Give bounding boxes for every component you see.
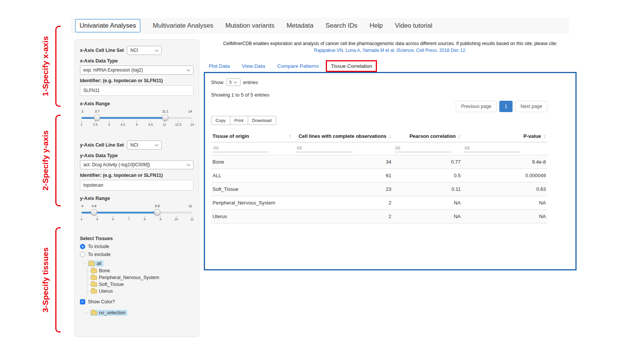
tree-node-label: Uterus xyxy=(99,289,113,294)
x-axis-data-type-value: exp: mRNA Expression (log2) xyxy=(83,67,143,73)
page-1-button[interactable]: 1 xyxy=(499,101,513,112)
page-size-select[interactable]: 5 xyxy=(226,78,241,86)
folder-icon xyxy=(91,269,97,273)
tree-node-all[interactable]: all xyxy=(83,260,194,267)
column-header-label: Cell lines with complete observations xyxy=(299,133,386,139)
show-label: Show xyxy=(211,80,224,85)
annotation-step3: 3-Specify tissues xyxy=(38,227,53,332)
y-axis-cell-line-set-value: NCI xyxy=(130,142,138,148)
sort-icon xyxy=(389,134,391,139)
citation-block: CellMinerCDB enables exploration and ana… xyxy=(204,40,577,54)
y-slider-handle-low[interactable] xyxy=(91,209,97,215)
tree-node-peripheral-nervous-system[interactable]: Peripheral_Nervous_System xyxy=(91,274,194,281)
copy-button[interactable]: Copy xyxy=(211,116,230,125)
subtab-tissue-correlation[interactable]: Tissue Correlation xyxy=(326,60,377,72)
x-axis-cell-line-set-select[interactable]: NCI xyxy=(127,46,162,55)
cell-p-value: 0.000049 xyxy=(462,169,547,183)
x-axis-identifier-label: Identifier: (e.g. topotecan or SLFN11) xyxy=(80,78,194,83)
sort-icon xyxy=(458,134,461,139)
column-header-cell-lines[interactable]: Cell lines with complete observations xyxy=(294,130,393,142)
exclude-radio[interactable]: To exclude xyxy=(80,252,194,257)
cell-cell-lines: 61 xyxy=(294,169,393,183)
x-axis-cell-line-set-value: NCI xyxy=(130,48,138,53)
main-content: CellMinerCDB enables exploration and ana… xyxy=(204,40,577,270)
folder-icon xyxy=(91,289,97,293)
print-button[interactable]: Print xyxy=(230,116,248,125)
subtab-plot-data[interactable]: Plot Data xyxy=(204,60,235,72)
filter-cell-lines-input[interactable] xyxy=(296,144,353,152)
y-axis-range-label: y-Axis Range xyxy=(80,196,194,201)
tree-node-label: Soft_Tissue xyxy=(99,282,124,287)
tab-help[interactable]: Help xyxy=(369,22,383,30)
table-row[interactable]: Bone 34 0.77 9.4e-8 xyxy=(211,155,547,169)
table-row[interactable]: Uterus 2 NA NA xyxy=(211,210,547,223)
y-axis-identifier-label: Identifier: (e.g. topotecan or SLFN11) xyxy=(80,173,194,178)
column-header-p-value[interactable]: P-value xyxy=(462,130,547,142)
x-axis-data-type-select[interactable]: exp: mRNA Expression (log2) xyxy=(80,66,194,75)
tab-search-ids[interactable]: Search IDs xyxy=(325,22,357,30)
x-axis-identifier-input[interactable] xyxy=(80,85,194,96)
checkbox-checked-icon xyxy=(80,299,85,304)
x-axis-range-label: x-Axis Range xyxy=(80,101,194,106)
annotation-step1: 1-Specify x-axis xyxy=(38,26,53,107)
tree-node-no-selection-label: no_selection xyxy=(99,310,125,315)
tab-metadata[interactable]: Metadata xyxy=(286,22,313,30)
y-axis-identifier-input[interactable] xyxy=(80,180,194,190)
pagination: Previous page 1 Next page xyxy=(211,101,547,112)
table-row[interactable]: Soft_Tissue 23 0.11 0.63 xyxy=(211,183,547,196)
sort-icon xyxy=(543,134,546,139)
sort-icon xyxy=(289,134,291,138)
x-slider-max-label: 14 xyxy=(188,109,192,113)
x-axis-range-slider[interactable]: 2 3.7 11.1 14 2 3.5 5 6.5 8 9.5 11 12.5 … xyxy=(81,112,192,125)
tree-node-uterus[interactable]: Uterus xyxy=(91,288,194,295)
tab-video-tutorial[interactable]: Video tutorial xyxy=(395,22,432,30)
tab-mutation-variants[interactable]: Mutation variants xyxy=(225,22,274,30)
table-row[interactable]: Peripheral_Nervous_System 2 NA NA xyxy=(211,196,547,210)
x-slider-min-label: 2 xyxy=(81,109,83,113)
cell-tissue: Bone xyxy=(211,155,294,169)
tree-node-bone[interactable]: Bone xyxy=(91,267,194,274)
y-axis-range-slider[interactable]: 4 4.8 8.8 11 4 5 6 7 8 9 10 11 xyxy=(81,207,192,220)
x-slider-handle-low[interactable] xyxy=(94,114,100,121)
column-header-pearson-correlation[interactable]: Pearson correlation xyxy=(393,130,462,142)
filter-p-value-input[interactable] xyxy=(464,144,521,152)
tree-node-soft-tissue[interactable]: Soft_Tissue xyxy=(91,281,194,288)
show-color-checkbox[interactable]: Show Color? xyxy=(80,299,194,304)
next-page-button[interactable]: Next page xyxy=(515,101,547,112)
cell-p-value: NA xyxy=(462,196,547,210)
entries-label: entries xyxy=(243,80,258,85)
tree-node-no-selection[interactable]: no_selection xyxy=(85,309,194,317)
column-header-label: Tissue of origin xyxy=(213,133,249,139)
filter-pearson-input[interactable] xyxy=(394,144,451,152)
showing-entries-text: Showing 1 to 5 of 5 entries xyxy=(211,92,547,98)
column-header-label: P-value xyxy=(524,133,541,139)
y-axis-data-type-select[interactable]: act: Drug Activity (-log10[IC50M]) xyxy=(80,160,194,169)
y-slider-from-label: 4.8 xyxy=(92,204,97,208)
include-radio[interactable]: To include xyxy=(80,244,194,249)
cell-cell-lines: 23 xyxy=(294,183,393,196)
download-button[interactable]: Download xyxy=(248,116,276,125)
slider-ticks: 4 5 6 7 8 9 10 11 xyxy=(81,215,192,222)
table-row[interactable]: ALL 61 0.5 0.000049 xyxy=(211,169,547,183)
subtab-compare-patterns[interactable]: Compare Patterns xyxy=(272,60,324,72)
column-header-tissue-of-origin[interactable]: Tissue of origin xyxy=(211,130,294,142)
tree-node-label: Bone xyxy=(99,268,110,273)
tree-node-all-label: all xyxy=(97,261,102,266)
subtab-view-data[interactable]: View Data xyxy=(237,60,270,72)
y-axis-cell-line-set-select[interactable]: NCI xyxy=(127,140,162,150)
tab-multivariate-analyses[interactable]: Multivariate Analyses xyxy=(153,22,213,30)
previous-page-button[interactable]: Previous page xyxy=(456,101,497,112)
y-slider-handle-high[interactable] xyxy=(154,209,161,215)
cell-p-value: NA xyxy=(462,210,547,223)
citation-link[interactable]: Rajapakse.VN, Luna.A, Yamade.M et al. iS… xyxy=(314,47,466,54)
filter-tissue-input[interactable] xyxy=(213,144,269,152)
folder-icon xyxy=(91,282,97,287)
citation-text: CellMinerCDB enables exploration and ana… xyxy=(204,40,577,47)
show-color-label: Show Color? xyxy=(88,299,115,304)
exclude-radio-label: To exclude xyxy=(88,252,111,257)
tab-univariate-analyses[interactable]: Univariate Analyses xyxy=(75,19,141,33)
x-slider-handle-high[interactable] xyxy=(162,114,169,121)
cell-p-value: 0.63 xyxy=(462,183,547,196)
x-axis-cell-line-set-label: x-Axis Cell Line Set xyxy=(80,48,124,53)
control-sidebar: x-Axis Cell Line Set NCI x-Axis Data Typ… xyxy=(74,39,199,337)
